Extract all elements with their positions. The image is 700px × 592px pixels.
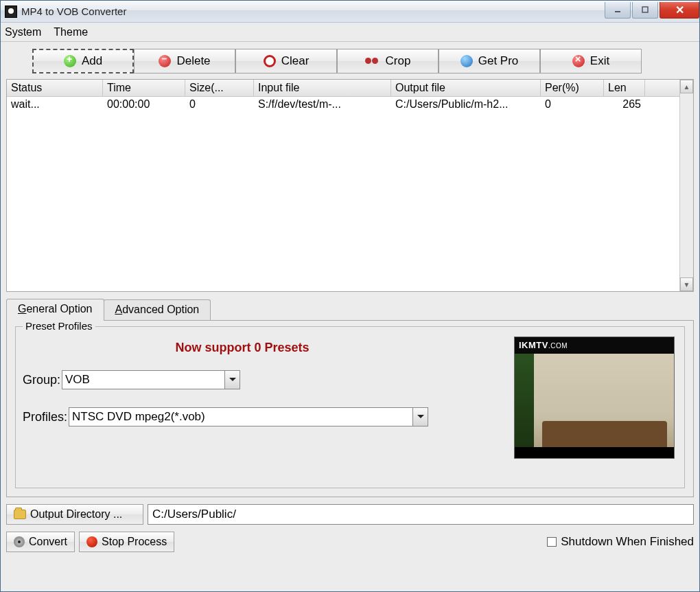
delete-label: Delete: [176, 54, 210, 68]
clear-label: Clear: [281, 54, 310, 68]
menu-bar: System Theme: [1, 23, 699, 42]
table-body: wait... 00:00:00 0 S:/f/dev/test/m-... C…: [7, 97, 693, 291]
scroll-up-icon[interactable]: ▲: [680, 80, 693, 93]
convert-icon: [14, 536, 25, 547]
convert-label: Convert: [29, 536, 67, 548]
preset-fieldset: Preset Profiles Now support 0 Presets Gr…: [15, 326, 685, 488]
exit-label: Exit: [590, 54, 609, 68]
profiles-label: Profiles:: [23, 410, 67, 424]
window-title: MP4 to VOB Converter: [21, 5, 603, 17]
menu-theme[interactable]: Theme: [54, 26, 88, 38]
minimize-icon: [614, 5, 622, 14]
clear-icon: [264, 55, 276, 67]
col-status[interactable]: Status: [7, 80, 103, 96]
menu-system[interactable]: System: [5, 26, 41, 38]
output-dir-label: Output Directory ...: [30, 508, 122, 521]
folder-icon: [14, 510, 26, 519]
minimize-button[interactable]: [605, 2, 631, 19]
options-tabs: General Option Advanced Option Preset Pr…: [6, 299, 694, 497]
video-preview: IKMTV.COM: [514, 337, 675, 459]
group-combo[interactable]: VOB: [62, 370, 240, 389]
scroll-down-icon[interactable]: ▼: [680, 277, 693, 291]
col-per[interactable]: Per(%): [541, 80, 604, 96]
preview-brand-bar: IKMTV.COM: [515, 337, 674, 354]
app-window: MP4 to VOB Converter ✕ System Theme Add: [0, 0, 700, 592]
convert-button[interactable]: Convert: [6, 532, 75, 552]
shutdown-checkbox[interactable]: Shutdown When Finished: [547, 535, 694, 549]
crop-button[interactable]: Crop: [337, 49, 439, 73]
profiles-value: NTSC DVD mpeg2(*.vob): [72, 410, 205, 424]
preview-scene: [515, 354, 674, 458]
tab-advanced[interactable]: Advanced Option: [104, 299, 211, 320]
tab-general[interactable]: General Option: [6, 299, 104, 321]
toolbar: Add Delete Clear Crop Get Pro Exit: [32, 49, 694, 73]
shutdown-label: Shutdown When Finished: [561, 535, 694, 549]
col-len[interactable]: Len: [604, 80, 645, 96]
output-directory-button[interactable]: Output Directory ...: [6, 504, 143, 525]
checkbox-box-icon: [547, 537, 557, 547]
tab-general-rest: eneral Option: [26, 303, 92, 315]
delete-button[interactable]: Delete: [134, 49, 235, 73]
col-time[interactable]: Time: [103, 80, 185, 96]
getpro-icon: [460, 55, 473, 67]
stop-icon: [86, 536, 97, 547]
crop-icon: [365, 55, 380, 67]
cell-status: wait...: [7, 97, 103, 112]
crop-label: Crop: [386, 54, 411, 68]
svg-rect-0: [615, 11, 620, 12]
add-button[interactable]: Add: [32, 49, 134, 73]
close-button[interactable]: ✕: [660, 2, 699, 19]
maximize-button[interactable]: [632, 2, 658, 19]
cell-len: 265: [604, 97, 645, 112]
svg-rect-1: [642, 7, 648, 12]
output-path-input[interactable]: [148, 504, 694, 525]
col-input[interactable]: Input file: [254, 80, 391, 96]
cell-input: S:/f/dev/test/m-...: [254, 97, 391, 112]
group-value: VOB: [65, 373, 90, 387]
add-label: Add: [82, 54, 102, 68]
file-table: Status Time Size(... Input file Output f…: [6, 79, 694, 292]
getpro-label: Get Pro: [478, 54, 519, 68]
close-icon: ✕: [675, 3, 684, 16]
tab-panel-general: Preset Profiles Now support 0 Presets Gr…: [6, 320, 694, 497]
cell-output: C:/Users/Public/m-h2...: [391, 97, 541, 112]
preview-brand: IKMTV: [519, 340, 548, 350]
preset-message: Now support 0 Presets: [132, 341, 352, 355]
add-icon: [64, 55, 76, 67]
getpro-button[interactable]: Get Pro: [439, 49, 540, 73]
maximize-icon: [641, 5, 649, 14]
chevron-down-icon: [412, 408, 428, 426]
preset-legend: Preset Profiles: [23, 320, 95, 332]
stop-label: Stop Process: [102, 536, 167, 548]
exit-icon: [572, 55, 585, 67]
clear-button[interactable]: Clear: [235, 49, 337, 73]
app-icon: [5, 5, 17, 18]
cell-size: 0: [185, 97, 254, 112]
cell-time: 00:00:00: [103, 97, 185, 112]
col-output[interactable]: Output file: [391, 80, 541, 96]
table-header: Status Time Size(... Input file Output f…: [7, 80, 693, 97]
chevron-down-icon: [224, 371, 240, 389]
tab-advanced-rest: dvanced Option: [122, 304, 199, 315]
col-size[interactable]: Size(...: [185, 80, 254, 96]
preview-tld: .COM: [548, 342, 568, 350]
scrollbar[interactable]: ▲ ▼: [679, 80, 693, 291]
stop-button[interactable]: Stop Process: [79, 532, 174, 552]
group-label: Group:: [23, 373, 60, 387]
preview-letterbox: [515, 447, 674, 458]
title-bar: MP4 to VOB Converter ✕: [1, 1, 699, 23]
table-row[interactable]: wait... 00:00:00 0 S:/f/dev/test/m-... C…: [7, 97, 693, 112]
delete-icon: [159, 55, 171, 67]
profiles-combo[interactable]: NTSC DVD mpeg2(*.vob): [69, 407, 428, 426]
cell-per: 0: [541, 97, 604, 112]
exit-button[interactable]: Exit: [540, 49, 642, 73]
